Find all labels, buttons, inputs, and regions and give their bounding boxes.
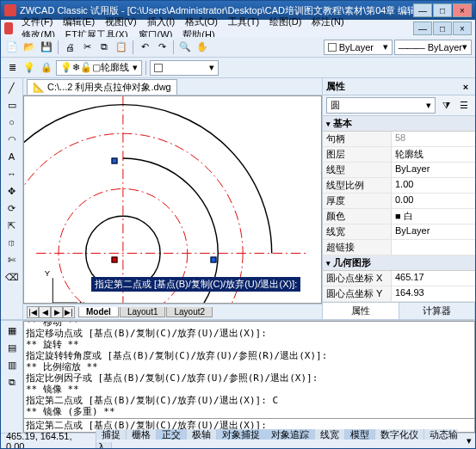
menu-item[interactable]: 文件(F) — [16, 16, 58, 27]
prop-row[interactable]: 厚度0.00 — [323, 194, 475, 209]
prop-row[interactable]: 句柄58 — [323, 132, 475, 147]
dynamic-prompt: 指定第二点或 [基点(B)/复制(C)/放弃(U)/退出(X)]: — [91, 277, 300, 292]
prop-section[interactable]: 基本 — [323, 116, 475, 132]
doc-max-button[interactable]: □ — [433, 22, 452, 35]
linetype-combo[interactable]: ———ByLayer▾ — [394, 40, 472, 55]
layer-bulb-icon[interactable]: 💡 — [22, 60, 37, 76]
menu-item[interactable]: 绘图(D) — [264, 16, 306, 27]
doc-tab[interactable]: 📐 C:\...2 利用夹点拉伸对象.dwg — [27, 79, 177, 95]
trim-tool[interactable]: ✄ — [4, 252, 20, 268]
prop-row[interactable]: 线型ByLayer — [323, 163, 475, 178]
prop-row[interactable]: 圆心点坐标 X465.17 — [323, 271, 475, 286]
menu-item[interactable]: 编辑(E) — [58, 16, 100, 27]
undo-button[interactable]: ↶ — [137, 40, 152, 55]
prop-section[interactable]: 几何图形 — [323, 255, 475, 271]
move-tool[interactable]: ✥ — [4, 183, 20, 199]
menu-item[interactable]: 标注(N) — [306, 16, 349, 27]
drawing-canvas[interactable]: YX 指定第二点或 [基点(B)/复制(C)/放弃(U)/退出(X)]: — [23, 95, 322, 304]
tab-calculator[interactable]: 计算器 — [399, 303, 476, 319]
grip-right[interactable] — [211, 257, 217, 263]
pan-button[interactable]: ✋ — [195, 40, 210, 55]
status-toggle[interactable]: 极轴 — [187, 429, 217, 440]
status-toggle[interactable]: 正交 — [157, 429, 187, 440]
command-history[interactable]: 命令:另一角点:命令:另一角点:命令:** 拉伸 **指定拉伸点或 [基点(B)… — [23, 321, 475, 419]
zoom-button[interactable]: 🔍 — [177, 40, 193, 55]
layer-lock-icon[interactable]: 🔒 — [39, 60, 54, 76]
layout-tab[interactable]: Layout1 — [120, 307, 166, 317]
object-type-combo[interactable]: 圆▾ — [326, 97, 436, 114]
tab-properties[interactable]: 属性 — [323, 303, 399, 319]
toolbar-layers: ≣ 💡 🔒 💡❄🔓▢ 轮廓线▾ ▾ — [1, 58, 475, 78]
mirror-tool[interactable]: ⎅ — [4, 235, 20, 250]
rect-tool[interactable]: ▭ — [4, 97, 20, 113]
erase-tool[interactable]: ⌫ — [4, 269, 20, 285]
line-tool[interactable]: ╱ — [4, 80, 20, 95]
status-coordinates[interactable]: 465.19, 164.51, 0.00 — [1, 431, 96, 450]
status-toggle[interactable]: 对象捕捉 — [217, 429, 266, 440]
open-button[interactable]: 📂 — [22, 40, 37, 55]
layer-manager-button[interactable]: ≣ — [4, 60, 20, 76]
circle-tool[interactable]: ○ — [4, 114, 20, 130]
menu-item[interactable]: 视图(V) — [100, 16, 142, 27]
panel-close-button[interactable]: × — [460, 82, 472, 92]
properties-panel: 属性× 圆▾ ⧩ ☰ 基本句柄58图层轮廓线线型ByLayer线型比例1.00厚… — [322, 78, 475, 319]
status-toggle[interactable]: 栅格 — [127, 429, 157, 440]
prop-row[interactable]: 线型比例1.00 — [323, 178, 475, 194]
status-toggle[interactable]: 对象追踪 — [266, 429, 315, 440]
status-toggle[interactable]: 捕捉 — [96, 429, 127, 440]
new-button[interactable]: 📄 — [4, 40, 20, 55]
max-button[interactable]: □ — [433, 3, 452, 17]
layout-tab[interactable]: Model — [78, 307, 119, 317]
status-toggle[interactable]: 模型 — [345, 429, 375, 440]
left-toolbar: ╱ ▭ ○ ◠ A ↔ ✥ ⟳ ⇱ ⎅ ✄ ⌫ — [1, 78, 23, 319]
menu-bar: 文件(F)编辑(E)视图(V)插入(I)格式(O)工具(T)绘图(D)标注(N)… — [1, 20, 475, 37]
prop-row[interactable]: 超链接 — [323, 240, 475, 255]
save-button[interactable]: 💾 — [39, 40, 54, 55]
close-button[interactable]: × — [453, 3, 472, 17]
cmd-tool-4[interactable]: ⧉ — [4, 374, 20, 390]
cmd-tool-3[interactable]: ▥ — [4, 357, 20, 372]
text-tool[interactable]: A — [4, 149, 20, 164]
doc-close-button[interactable]: × — [453, 22, 472, 35]
doc-min-button[interactable]: — — [413, 22, 432, 35]
cmd-tool-1[interactable]: ▦ — [4, 323, 20, 338]
color-combo[interactable]: ByLayer▾ — [324, 40, 393, 55]
color-combo-2[interactable]: ▾ — [150, 60, 219, 76]
app-icon — [4, 4, 16, 16]
toolbar-standard: 📄 📂 💾 🖨 ✂ ⧉ 📋 ↶ ↷ 🔍 ✋ ByLayer▾ ———ByLaye… — [1, 37, 475, 58]
arc-tool[interactable]: ◠ — [4, 132, 20, 147]
prop-row[interactable]: 图层轮廓线 — [323, 147, 475, 163]
min-button[interactable]: — — [413, 3, 432, 17]
panel-title: 属性 — [326, 80, 345, 93]
dim-tool[interactable]: ↔ — [4, 166, 20, 181]
status-tray-icon[interactable]: ▾ — [463, 435, 475, 446]
app-menu-icon[interactable] — [4, 22, 13, 34]
prop-row[interactable]: 圆心点坐标 Y164.93 — [323, 286, 475, 302]
redo-button[interactable]: ↷ — [154, 40, 170, 55]
cut-button[interactable]: ✂ — [79, 40, 95, 55]
layout-tab[interactable]: Layout2 — [166, 307, 213, 317]
prop-row[interactable]: 颜色■ 白 — [323, 209, 475, 224]
grip-top[interactable] — [112, 158, 118, 164]
toggle-button[interactable]: ☰ — [456, 97, 472, 113]
menu-item[interactable]: 格式(O) — [180, 16, 223, 27]
print-button[interactable]: 🖨 — [62, 40, 77, 55]
status-bar: 465.19, 164.51, 0.00 捕捉栅格正交极轴对象捕捉对象追踪线宽模… — [1, 433, 475, 448]
paste-button[interactable]: 📋 — [114, 40, 129, 55]
status-toggle[interactable]: 线宽 — [315, 429, 345, 440]
scale-tool[interactable]: ⇱ — [4, 218, 20, 233]
grip-center[interactable] — [112, 257, 118, 263]
cmd-side-toolbar: ▦ ▤ ▥ ⧉ — [1, 321, 23, 433]
svg-text:X: X — [79, 299, 85, 303]
menu-item[interactable]: 工具(T) — [223, 16, 264, 27]
copy-button[interactable]: ⧉ — [96, 40, 112, 55]
cmd-tool-2[interactable]: ▤ — [4, 340, 20, 355]
layout-nav[interactable]: |◀◀▶▶| — [27, 306, 75, 318]
status-toggle[interactable]: 数字化仪 — [375, 429, 424, 440]
prop-row[interactable]: 线宽ByLayer — [323, 224, 475, 240]
rotate-tool[interactable]: ⟳ — [4, 200, 20, 216]
menu-item[interactable]: 插入(I) — [142, 16, 180, 27]
layer-combo[interactable]: 💡❄🔓▢ 轮廓线▾ — [56, 60, 142, 76]
filter-button[interactable]: ⧩ — [438, 97, 454, 113]
svg-text:Y: Y — [45, 268, 51, 278]
